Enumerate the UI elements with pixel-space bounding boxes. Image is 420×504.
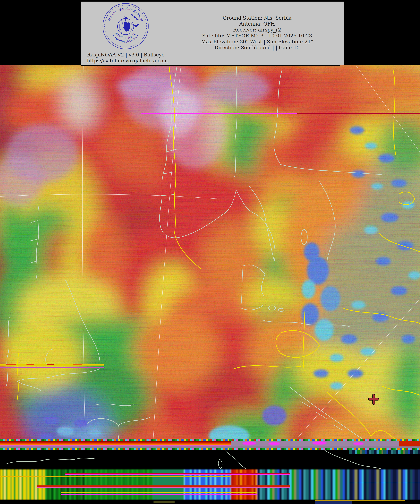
satellite-icon <box>130 14 139 21</box>
telemetry-glitch-band <box>0 439 420 450</box>
satellite-false-color-map <box>0 65 420 504</box>
info-ground-station: Ground Station: Nis, Serbia <box>170 15 344 21</box>
scanline-glitch-magenta <box>141 113 420 114</box>
header-banner: Mihajlo's Satellite Receiver voxgalactic… <box>81 1 344 65</box>
bottom-glitch-field <box>0 469 420 500</box>
pass-info-block: Ground Station: Nis, Serbia Antenna: QFH… <box>170 15 344 51</box>
top-black-strip <box>81 65 340 66</box>
info-satellite-datetime: Satellite: METEOR-M2 3 | 10-01-2026 10:2… <box>170 33 344 39</box>
info-antenna: Antenna: QFH <box>170 21 344 27</box>
band-residual-right <box>349 450 420 454</box>
raspinoaa-capture-page: Mihajlo's Satellite Receiver voxgalactic… <box>0 0 420 504</box>
scanline-noise-overlay <box>0 65 420 504</box>
station-url: https://satellite.voxgalactica.com <box>87 58 168 64</box>
info-receiver: Receiver: airspy_r2 <box>170 27 344 33</box>
info-direction-gain: Direction: Southbound | | Gain: 15 <box>170 45 344 51</box>
bottom-black-strip <box>0 500 420 504</box>
software-version: RaspiNOAA V2 | v3.0 | Bullseye <box>87 52 168 58</box>
globe-icon <box>118 18 140 35</box>
station-logo-stamp: Mihajlo's Satellite Receiver voxgalactic… <box>102 3 149 50</box>
info-elevation: Max Elevation: 30° West | Sun Elevation:… <box>170 39 344 45</box>
software-version-block: RaspiNOAA V2 | v3.0 | Bullseye https://s… <box>87 52 168 64</box>
